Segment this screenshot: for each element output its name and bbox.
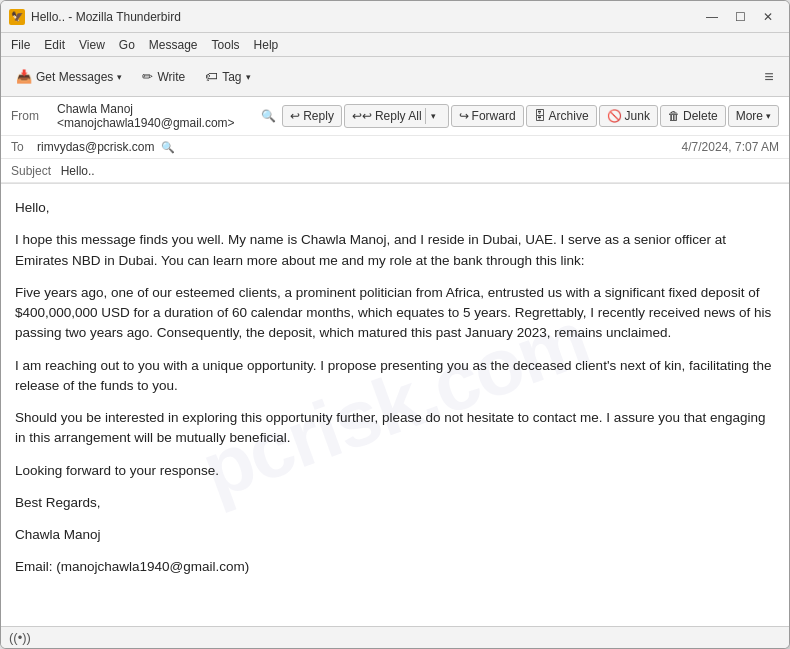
menu-view[interactable]: View bbox=[73, 36, 111, 54]
get-messages-dropdown-icon: ▾ bbox=[117, 72, 122, 82]
body-para1: I hope this message finds you well. My n… bbox=[15, 230, 775, 271]
body-para3: I am reaching out to you with a unique o… bbox=[15, 356, 775, 397]
tag-dropdown-icon: ▾ bbox=[246, 72, 251, 82]
reply-button[interactable]: ↩ Reply bbox=[282, 105, 342, 127]
reply-icon: ↩ bbox=[290, 109, 300, 123]
window-controls: — ☐ ✕ bbox=[699, 7, 781, 27]
email-to-row: To rimvydas@pcrisk.com 🔍 4/7/2024, 7:07 … bbox=[1, 136, 789, 159]
minimize-button[interactable]: — bbox=[699, 7, 725, 27]
menu-bar: File Edit View Go Message Tools Help bbox=[1, 33, 789, 57]
delete-button[interactable]: 🗑 Delete bbox=[660, 105, 726, 127]
close-button[interactable]: ✕ bbox=[755, 7, 781, 27]
window-title: Hello.. - Mozilla Thunderbird bbox=[31, 10, 181, 24]
write-button[interactable]: ✏ Write bbox=[133, 64, 194, 89]
tag-area: 🏷 Tag ▾ bbox=[196, 64, 259, 89]
signature2: Chawla Manoj bbox=[15, 525, 775, 545]
more-button[interactable]: More ▾ bbox=[728, 105, 779, 127]
thunderbird-window: 🦅 Hello.. - Mozilla Thunderbird — ☐ ✕ Fi… bbox=[0, 0, 790, 649]
status-bar: ((•)) bbox=[1, 626, 789, 648]
to-info-icon: 🔍 bbox=[161, 141, 175, 154]
email-subject-row: Subject Hello.. bbox=[1, 159, 789, 183]
body-para4: Should you be interested in exploring th… bbox=[15, 408, 775, 449]
forward-icon: ↪ bbox=[459, 109, 469, 123]
title-bar: 🦅 Hello.. - Mozilla Thunderbird — ☐ ✕ bbox=[1, 1, 789, 33]
more-dropdown-icon: ▾ bbox=[766, 111, 771, 121]
to-value: rimvydas@pcrisk.com bbox=[37, 140, 155, 154]
archive-icon: 🗄 bbox=[534, 109, 546, 123]
menu-help[interactable]: Help bbox=[248, 36, 285, 54]
maximize-button[interactable]: ☐ bbox=[727, 7, 753, 27]
delete-icon: 🗑 bbox=[668, 109, 680, 123]
title-bar-left: 🦅 Hello.. - Mozilla Thunderbird bbox=[9, 9, 181, 25]
menu-edit[interactable]: Edit bbox=[38, 36, 71, 54]
body-para2: Five years ago, one of our esteemed clie… bbox=[15, 283, 775, 344]
from-value: Chawla Manoj <manojchawla1940@gmail.com> bbox=[57, 102, 255, 130]
reply-all-icon: ↩↩ bbox=[352, 109, 372, 123]
greeting: Hello, bbox=[15, 198, 775, 218]
action-buttons: ↩ Reply ↩↩ Reply All ▾ ↪ Forward 🗄 Archi… bbox=[282, 104, 779, 128]
forward-button[interactable]: ↪ Forward bbox=[451, 105, 524, 127]
get-messages-button[interactable]: 📥 Get Messages ▾ bbox=[7, 64, 131, 89]
subject-value: Hello.. bbox=[61, 164, 95, 178]
reply-all-dropdown-icon[interactable]: ▾ bbox=[425, 108, 441, 124]
menu-tools[interactable]: Tools bbox=[206, 36, 246, 54]
menu-file[interactable]: File bbox=[5, 36, 36, 54]
menu-go[interactable]: Go bbox=[113, 36, 141, 54]
menu-message[interactable]: Message bbox=[143, 36, 204, 54]
signature3: Email: (manojchawla1940@gmail.com) bbox=[15, 557, 775, 577]
app-icon: 🦅 bbox=[9, 9, 25, 25]
archive-button[interactable]: 🗄 Archive bbox=[526, 105, 597, 127]
wireless-icon: ((•)) bbox=[9, 630, 31, 645]
email-to-left: To rimvydas@pcrisk.com 🔍 bbox=[11, 140, 175, 154]
sender-info-icon: 🔍 bbox=[261, 109, 276, 123]
email-from-row: From Chawla Manoj <manojchawla1940@gmail… bbox=[1, 97, 789, 136]
tag-button[interactable]: 🏷 Tag ▾ bbox=[196, 64, 259, 89]
tag-icon: 🏷 bbox=[205, 69, 218, 84]
to-label: To bbox=[11, 140, 31, 154]
reply-all-button[interactable]: ↩↩ Reply All ▾ bbox=[344, 104, 449, 128]
email-body: pcrisk.com Hello, I hope this message fi… bbox=[1, 184, 789, 626]
get-messages-icon: 📥 bbox=[16, 69, 32, 84]
hamburger-menu-button[interactable]: ≡ bbox=[755, 63, 783, 91]
main-toolbar: 📥 Get Messages ▾ ✏ Write 🏷 Tag ▾ ≡ bbox=[1, 57, 789, 97]
email-date: 4/7/2024, 7:07 AM bbox=[682, 140, 779, 154]
write-icon: ✏ bbox=[142, 69, 153, 84]
junk-icon: 🚫 bbox=[607, 109, 622, 123]
junk-button[interactable]: 🚫 Junk bbox=[599, 105, 658, 127]
email-header: From Chawla Manoj <manojchawla1940@gmail… bbox=[1, 97, 789, 184]
signature1: Best Regards, bbox=[15, 493, 775, 513]
subject-label: Subject bbox=[11, 164, 51, 178]
from-label: From bbox=[11, 109, 51, 123]
email-body-content: Hello, I hope this message finds you wel… bbox=[15, 198, 775, 578]
body-para5: Looking forward to your response. bbox=[15, 461, 775, 481]
